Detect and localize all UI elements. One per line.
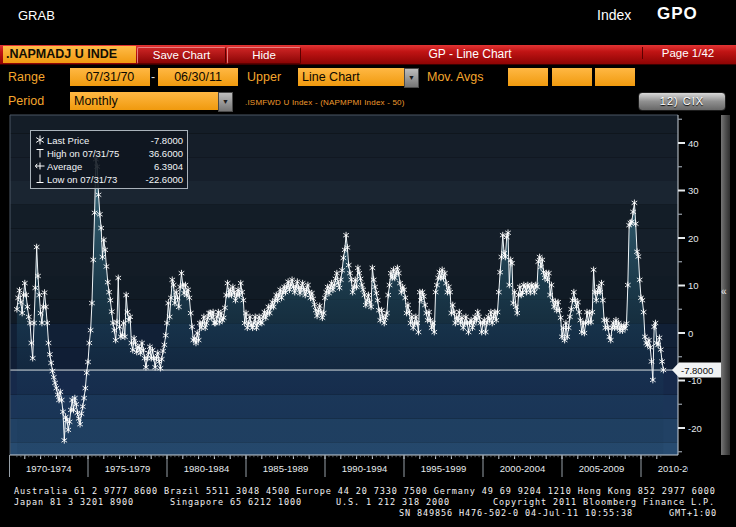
svg-text:1995-1999: 1995-1999 [421, 463, 466, 474]
range-from-input[interactable]: 07/31/70 [70, 68, 150, 86]
legend-row-average: Average 6.3904 [35, 160, 183, 173]
mov-avg-input-1[interactable] [508, 68, 548, 86]
footer-copyright: Copyright 2011 Bloomberg Finance L.P. [493, 497, 715, 507]
range-label: Range [8, 70, 45, 84]
chevron-down-icon[interactable]: ▼ [404, 68, 419, 88]
mov-avg-input-3[interactable] [595, 68, 635, 86]
custom-index-formula: .ISMFWD U Index - (NAPMPMI Index - 50) [245, 98, 405, 107]
chevron-down-icon[interactable]: ▼ [218, 92, 233, 112]
svg-text:40: 40 [688, 138, 699, 149]
bloomberg-terminal-screen: 403020100-10-201970-19741975-19791980-19… [0, 0, 736, 527]
svg-text:-7.8000: -7.8000 [681, 365, 713, 376]
period-select[interactable]: Monthly [70, 92, 218, 110]
upper-label: Upper [247, 70, 281, 84]
last-price-star-icon [35, 135, 47, 147]
function-code: GPO [657, 4, 698, 24]
period-label: Period [8, 94, 44, 108]
svg-text:-20: -20 [688, 423, 702, 434]
svg-text:1975-1979: 1975-1979 [105, 463, 150, 474]
legend-row-low: Low on 07/31/73 -22.6000 [35, 173, 183, 186]
chart-legend: Last Price -7.8000 High on 07/31/75 36.6… [30, 130, 188, 189]
svg-text:2000-2004: 2000-2004 [500, 463, 545, 474]
scrollbar-collapse-icon[interactable]: « [721, 287, 727, 297]
svg-text:1970-1974: 1970-1974 [26, 463, 71, 474]
svg-text:1985-1989: 1985-1989 [263, 463, 308, 474]
security-ticker-input[interactable]: .NAPMADJ U INDE [3, 46, 136, 63]
index-label: Index [597, 7, 631, 23]
save-chart-button[interactable]: Save Chart [137, 47, 226, 64]
svg-text:20: 20 [688, 233, 699, 244]
range-separator: - [151, 70, 155, 84]
low-marker-icon [35, 174, 47, 186]
footer-timezone: GMT+1:00 [669, 508, 717, 518]
svg-text:10: 10 [688, 280, 699, 291]
footer-phones-line1: Australia 61 2 9777 8600 Brazil 5511 304… [14, 486, 716, 496]
svg-text:30: 30 [688, 185, 699, 196]
chart-title: GP - Line Chart [300, 47, 640, 61]
range-to-input[interactable]: 06/30/11 [158, 68, 238, 86]
average-marker-icon [35, 161, 47, 173]
upper-chart-type-select[interactable]: Line Chart [298, 68, 404, 86]
footer-us: U.S. 1 212 318 2000 [336, 497, 450, 507]
hide-button[interactable]: Hide [227, 47, 301, 64]
legend-row-last-price: Last Price -7.8000 [35, 134, 183, 147]
page-indicator[interactable]: Page 1/42 [642, 47, 733, 59]
svg-text:2010-2014: 2010-2014 [658, 463, 703, 474]
footer-singapore: Singapore 65 6212 1000 [170, 497, 302, 507]
svg-text:0: 0 [688, 328, 693, 339]
svg-text:1990-1994: 1990-1994 [342, 463, 387, 474]
footer-serial: SN 849856 H476-502-0 04-Jul-11 10:55:38 [399, 508, 633, 518]
svg-text:1980-1984: 1980-1984 [184, 463, 229, 474]
svg-text:2005-2009: 2005-2009 [579, 463, 624, 474]
high-marker-icon [35, 148, 47, 160]
mov-avgs-label: Mov. Avgs [427, 70, 484, 84]
chart-vertical-scrollbar[interactable]: « [721, 115, 730, 455]
cix-button[interactable]: 12) CIX [638, 92, 726, 111]
legend-row-high: High on 07/31/75 36.6000 [35, 147, 183, 160]
command-echo: GRAB [18, 8, 55, 23]
mov-avg-input-2[interactable] [552, 68, 592, 86]
footer-japan: Japan 81 3 3201 8900 [14, 497, 134, 507]
